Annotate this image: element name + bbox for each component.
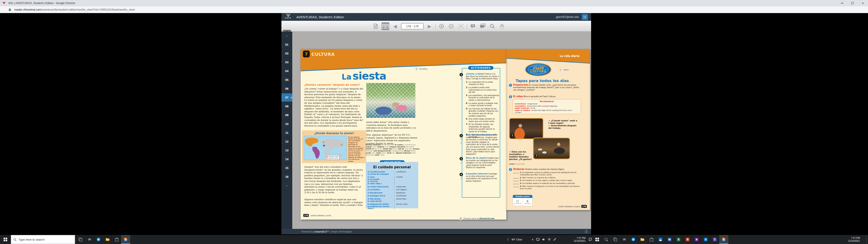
start-button-secondary[interactable] xyxy=(593,235,602,244)
sidebar-chapter-item[interactable]: - xyxy=(281,32,292,40)
zoom-in-button[interactable] xyxy=(438,22,445,30)
zoom-out-button[interactable] xyxy=(447,22,455,30)
view-notes-button[interactable] xyxy=(479,22,487,30)
cuidado-row: el hilo dental la seda dental dental flo… xyxy=(366,197,418,203)
network-icon[interactable] xyxy=(548,238,551,241)
edge-icon[interactable] xyxy=(94,235,103,244)
sidebar-chapter-item[interactable]: 14 xyxy=(281,155,292,163)
search-button[interactable] xyxy=(489,22,496,30)
vocab-entry: económicas inexpensive xyxy=(515,103,579,105)
pen-icon[interactable] xyxy=(553,238,556,241)
sidebar-chapter-item[interactable]: - xyxy=(281,181,292,190)
footnote: sueles do you tend xyxy=(509,163,524,165)
windows-logo-icon xyxy=(595,238,599,241)
answer-blank[interactable] xyxy=(513,177,519,179)
store-icon[interactable] xyxy=(112,235,121,244)
start-button[interactable] xyxy=(0,235,11,244)
sidebar-chapter-item[interactable]: 09 xyxy=(281,111,292,120)
sidebar-chapter-item[interactable]: 04 xyxy=(281,67,292,75)
video-still-photo-1: 1 xyxy=(509,118,544,139)
browser-viewport: VISTA AVENTURAS, Student's Edition jgarv… xyxy=(0,13,868,235)
store-icon[interactable] xyxy=(647,235,656,244)
glossary-pair: mejor better xyxy=(376,152,387,154)
photos-icon[interactable] xyxy=(656,235,665,244)
sidebar-chapter-item[interactable]: 02 xyxy=(281,49,292,58)
two-page-view-button[interactable] xyxy=(381,22,389,30)
cuidado-personal-box: El cuidado personal el acondicionador la… xyxy=(366,162,418,208)
video-dialogue-1: — ¿Cuándo sueles° venir a t omar tapas? … xyxy=(548,120,578,129)
sidebar-chapter-item[interactable]: 15 xyxy=(281,164,292,172)
workbook-icon xyxy=(516,200,519,203)
answer-blank[interactable] xyxy=(513,185,519,187)
show-desktop-button[interactable] xyxy=(866,235,868,244)
sidebar-chapter-item[interactable]: 13 xyxy=(281,146,292,155)
minimize-button[interactable] xyxy=(837,0,847,6)
glossary-pair: durar last xyxy=(387,152,396,154)
taskbar-search-box[interactable]: Type here to search xyxy=(11,235,75,244)
video-label: S Video xyxy=(559,68,569,71)
practice-more-box: Practice more! pp. 213–214 S vhlcentral xyxy=(513,195,532,206)
edge-icon[interactable] xyxy=(629,235,638,244)
teams-icon[interactable] xyxy=(710,235,719,244)
step-el-video: 2 El vídeo Mira el episodio de Flash Cul… xyxy=(513,95,581,98)
task-view-icon[interactable] xyxy=(76,235,85,244)
sidebar-chapter-item[interactable]: 06 xyxy=(281,85,292,93)
fullscreen-exit-button[interactable] xyxy=(582,14,588,20)
page-number-input[interactable] xyxy=(401,23,424,29)
sidebar-chapter-item[interactable]: 12 xyxy=(281,138,292,146)
weather-widget[interactable]: ☾ 48° Clear xyxy=(507,235,522,244)
previous-page-button[interactable]: ◀ xyxy=(391,22,399,30)
powerpoint-icon[interactable] xyxy=(683,235,692,244)
chrome-icon[interactable] xyxy=(719,235,728,244)
word-icon[interactable] xyxy=(665,235,674,244)
glossary-pair: antigua costumbre old custom xyxy=(390,146,414,148)
sidebar-chapter-item[interactable]: 11 xyxy=(281,128,292,137)
search-button-secondary[interactable] xyxy=(602,235,611,244)
mail-icon[interactable] xyxy=(620,235,629,244)
lock-icon xyxy=(8,8,11,11)
chrome-icon[interactable] xyxy=(121,235,130,244)
single-page-view-button[interactable] xyxy=(372,22,379,30)
speaker-icon[interactable] xyxy=(542,238,545,241)
task-view-icon[interactable] xyxy=(611,235,620,244)
maximize-button[interactable] xyxy=(847,0,858,6)
answer-blank[interactable] xyxy=(513,172,519,173)
glossary-pair: ayuda helps xyxy=(366,152,376,154)
answer-blank[interactable] xyxy=(513,179,519,181)
sidebar-chapter-item[interactable]: 05 xyxy=(281,76,292,84)
page-number-words: ciento setenta y nueve xyxy=(558,205,580,208)
vocab-entry: tapar el hambre to take the edge off (li… xyxy=(515,109,579,114)
taskbar-clock[interactable]: 7:47 PM 11/16/2021 xyxy=(566,235,585,244)
file-explorer-icon[interactable] xyxy=(638,235,647,244)
left-page-footer: 178 ciento setenta y ocho xyxy=(303,214,331,217)
address-bar[interactable]: reader.vhlcentral.com/aventuras5e/studen… xyxy=(0,6,868,13)
sidebar-chapter-item[interactable]: 07 xyxy=(281,93,292,102)
file-explorer-icon[interactable] xyxy=(103,235,112,244)
sidebar-chapter-item[interactable]: 01 xyxy=(281,40,292,49)
ordenar-item: 1. El empleado cuenta los palillos (coun… xyxy=(513,172,584,176)
glossary-pair: relajarse relax xyxy=(377,146,390,148)
sidebar-chapter-item[interactable]: 03 xyxy=(281,58,292,67)
next-page-button[interactable]: ▶ xyxy=(426,22,433,30)
close-button[interactable]: × xyxy=(858,0,868,6)
display-icon[interactable] xyxy=(536,238,539,241)
glossary-pair: está desapareciendo is disappearing xyxy=(373,150,404,152)
sidebar-chapter-item[interactable]: 08 xyxy=(281,102,292,111)
article-paragraph: siesta debe durar° sólo entre veinte y c… xyxy=(366,121,418,132)
taskbar-clock-secondary[interactable]: 7:47 PM 11/16/2021 xyxy=(840,235,863,244)
add-note-button[interactable] xyxy=(469,22,477,30)
sidebar-chapter-item[interactable]: 10 xyxy=(281,120,292,128)
vocab-entry: pagar propinas to tip xyxy=(515,107,579,109)
page-number-words: ciento setenta y ocho xyxy=(310,214,331,217)
section-title: CULTURA xyxy=(311,52,335,57)
outlook-icon[interactable] xyxy=(701,235,710,244)
mail-icon[interactable] xyxy=(85,235,94,244)
answer-blank[interactable] xyxy=(513,182,519,184)
excel-icon[interactable] xyxy=(674,235,683,244)
sidebar-chapter-item[interactable]: 16 xyxy=(281,173,292,181)
vocabulario-title: Vocabulario xyxy=(515,100,579,102)
onenote-icon[interactable] xyxy=(692,235,701,244)
vocabulario-box: Vocabulario económicas inexpensivemontad… xyxy=(513,99,581,114)
workbook-reference: pp. 213–214 xyxy=(513,198,523,206)
hidden-icons-caret[interactable]: ∧ xyxy=(532,238,534,241)
